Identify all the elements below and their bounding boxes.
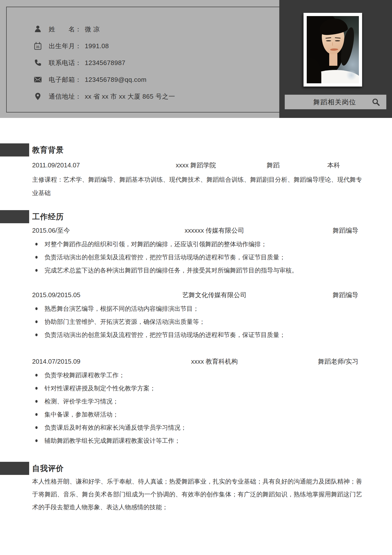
section-head-work: 工作经历 bbox=[32, 210, 362, 223]
job-block-1: 2015.06/至今 xxxxxx 传媒有限公司 舞蹈编导 对整个舞蹈作品的组织… bbox=[32, 226, 362, 277]
contact-colon: ： bbox=[75, 59, 81, 67]
bullet-dot-icon bbox=[35, 426, 38, 429]
job-role: 舞蹈编导 bbox=[283, 291, 362, 299]
header-side-panel: 舞蹈相关岗位 bbox=[279, 0, 392, 118]
education-period: 2011.09/2014.07 bbox=[32, 161, 116, 169]
contact-row-birth: 31 出生年月 ： 1991.08 bbox=[34, 38, 175, 54]
contact-row-name: 姓名 ： 微 凉 bbox=[34, 21, 175, 38]
job-block-2: 2015.09/2015.05 艺舞文化传媒有限公司 舞蹈编导 熟悉舞台演艺编导… bbox=[32, 291, 362, 341]
contact-colon: ： bbox=[75, 25, 81, 34]
education-row: 2011.09/2014.07 xxxx 舞蹈学院 舞蹈 本科 bbox=[32, 161, 362, 169]
job-search-text[interactable]: 舞蹈相关岗位 bbox=[285, 98, 372, 107]
contact-label: 姓名 bbox=[49, 25, 75, 34]
contact-value-birth: 1991.08 bbox=[85, 42, 109, 50]
bullet-text: 协助部门主管维护、开拓演艺资源，确保活动演出质量等； bbox=[44, 315, 362, 328]
contact-row-phone: 联系电话 ： 12345678987 bbox=[34, 54, 175, 71]
education-school: xxxx 舞蹈学院 bbox=[116, 161, 241, 169]
section-tab-block bbox=[0, 143, 29, 156]
list-item: 协助部门主管维护、开拓演艺资源，确保活动演出质量等； bbox=[32, 315, 362, 328]
section-tab-block bbox=[0, 210, 29, 223]
bullet-dot-icon bbox=[35, 439, 38, 442]
bullet-dot-icon bbox=[35, 333, 38, 336]
list-item: 熟悉舞台演艺编导，根据不同的活动内容编排演出节目； bbox=[32, 302, 362, 315]
job-company: xxxxxx 传媒有限公司 bbox=[116, 226, 283, 235]
section-head-education: 教育背景 bbox=[32, 143, 362, 156]
portrait-eye-right bbox=[335, 40, 340, 41]
search-icon[interactable] bbox=[372, 98, 380, 106]
email-icon bbox=[34, 75, 42, 84]
contact-value-name: 微 凉 bbox=[85, 25, 100, 34]
portrait-eye-left bbox=[326, 40, 331, 41]
section-self-evaluation: 自我评价 本人性格开朗、谦和好学、乐于奉献、待人真诚；热爱舞蹈事业，扎实的专业基… bbox=[32, 462, 362, 513]
contact-label: 电子邮箱 bbox=[49, 75, 75, 84]
bullet-dot-icon bbox=[35, 320, 38, 323]
section-tab-block bbox=[0, 462, 29, 475]
list-item: 完成艺术总监下达的各种演出舞蹈节目的编排任务，并接受其对所编舞蹈节目的指导与审核… bbox=[32, 264, 362, 277]
section-title-work: 工作经历 bbox=[32, 212, 64, 222]
calendar-day-text: 31 bbox=[36, 45, 40, 49]
bullet-text: 熟悉舞台演艺编导，根据不同的活动内容编排演出节目； bbox=[44, 302, 362, 315]
job-period: 2015.06/至今 bbox=[32, 226, 116, 235]
bullet-text: 负责活动演出的创意策划及流程管控，把控节目活动现场的进程和节奏，保证节目质量； bbox=[44, 251, 362, 264]
list-item: 负责学校舞蹈课程教学工作； bbox=[32, 369, 362, 382]
person-icon bbox=[34, 25, 42, 33]
job-bullet-list: 对整个舞蹈作品的组织和引领，对舞蹈的编排，还应该引领舞蹈的整体动作编排； 负责活… bbox=[32, 238, 362, 277]
list-item: 对整个舞蹈作品的组织和引领，对舞蹈的编排，还应该引领舞蹈的整体动作编排； bbox=[32, 238, 362, 251]
contact-colon: ： bbox=[75, 92, 81, 101]
bullet-text: 检测、评价学生学习情况； bbox=[44, 395, 362, 408]
resume-body: 教育背景 2011.09/2014.07 xxxx 舞蹈学院 舞蹈 本科 主修课… bbox=[32, 118, 362, 520]
bullet-dot-icon bbox=[35, 256, 38, 259]
bullet-text: 负责活动演出的创意策划及流程管控，把控节目活动现场的进程和节奏，保证节目质量； bbox=[44, 328, 362, 341]
education-courses: 主修课程：艺术学、舞蹈编导、舞蹈基本功训练、现代舞技术、舞蹈组合训练、舞蹈剧目分… bbox=[32, 173, 362, 200]
header-band: 姓名 ： 微 凉 31 出生年月 ： 1991.08 bbox=[0, 0, 392, 118]
contact-label: 通信地址 bbox=[49, 92, 75, 101]
education-major: 舞蹈 bbox=[241, 161, 305, 169]
section-education: 教育背景 2011.09/2014.07 xxxx 舞蹈学院 舞蹈 本科 主修课… bbox=[32, 143, 362, 200]
list-item: 负责活动演出的创意策划及流程管控，把控节目活动现场的进程和节奏，保证节目质量； bbox=[32, 328, 362, 341]
resume-page: 姓名 ： 微 凉 31 出生年月 ： 1991.08 bbox=[0, 0, 392, 555]
bullet-dot-icon bbox=[35, 374, 38, 377]
contact-row-email: 电子邮箱 ： 123456789@qq.com bbox=[34, 71, 175, 88]
job-role: 舞蹈老师/实习 bbox=[283, 357, 362, 366]
portrait-bokeh-light bbox=[346, 70, 357, 81]
list-item: 检测、评价学生学习情况； bbox=[32, 395, 362, 408]
bullet-text: 负责学校舞蹈课程教学工作； bbox=[44, 369, 362, 382]
section-title-education: 教育背景 bbox=[32, 145, 64, 155]
bullet-text: 负责课后及时有效的和家长沟通反馈学员学习情况； bbox=[44, 421, 362, 434]
job-period: 2014.07/2015.09 bbox=[32, 357, 116, 366]
job-search-bar[interactable]: 舞蹈相关岗位 bbox=[285, 95, 386, 109]
education-degree: 本科 bbox=[305, 161, 362, 169]
contact-info-block: 姓名 ： 微 凉 31 出生年月 ： 1991.08 bbox=[34, 21, 175, 105]
bullet-dot-icon bbox=[35, 387, 38, 390]
portrait-image bbox=[307, 16, 359, 83]
bullet-dot-icon bbox=[35, 400, 38, 403]
self-evaluation-text: 本人性格开朗、谦和好学、乐于奉献、待人真诚；热爱舞蹈事业，扎实的专业基础；具有良… bbox=[32, 475, 362, 513]
bullet-dot-icon bbox=[35, 269, 38, 272]
bullet-dot-icon bbox=[35, 307, 38, 310]
bullet-text: 辅助舞蹈教学组长完成舞蹈课程教案设计等工作； bbox=[44, 434, 362, 447]
job-company: xxxx 教育科机构 bbox=[116, 357, 283, 366]
calendar-icon: 31 bbox=[34, 42, 42, 50]
section-title-self-evaluation: 自我评价 bbox=[32, 463, 64, 474]
contact-row-address: 通信地址 ： xx 省 xx 市 xx 大厦 865 号之一 bbox=[34, 88, 175, 105]
list-item: 负责课后及时有效的和家长沟通反馈学员学习情况； bbox=[32, 421, 362, 434]
job-block-3: 2014.07/2015.09 xxxx 教育科机构 舞蹈老师/实习 负责学校舞… bbox=[32, 357, 362, 447]
contact-colon: ： bbox=[75, 75, 81, 84]
phone-icon bbox=[34, 59, 42, 67]
list-item: 集中备课，参加教研活动； bbox=[32, 408, 362, 421]
section-work: 工作经历 2015.06/至今 xxxxxx 传媒有限公司 舞蹈编导 对整个舞蹈… bbox=[32, 210, 362, 447]
job-header: 2014.07/2015.09 xxxx 教育科机构 舞蹈老师/实习 bbox=[32, 357, 362, 366]
bullet-text: 集中备课，参加教研活动； bbox=[44, 408, 362, 421]
list-item: 针对性课程讲授及制定个性化教学方案； bbox=[32, 382, 362, 395]
job-role: 舞蹈编导 bbox=[283, 226, 362, 235]
job-period: 2015.09/2015.05 bbox=[32, 291, 116, 299]
list-item: 辅助舞蹈教学组长完成舞蹈课程教案设计等工作； bbox=[32, 434, 362, 447]
contact-value-email: 123456789@qq.com bbox=[85, 76, 147, 84]
job-bullet-list: 负责学校舞蹈课程教学工作； 针对性课程讲授及制定个性化教学方案； 检测、评价学生… bbox=[32, 369, 362, 447]
bullet-text: 完成艺术总监下达的各种演出舞蹈节目的编排任务，并接受其对所编舞蹈节目的指导与审核… bbox=[44, 264, 362, 277]
portrait-nose bbox=[332, 42, 333, 46]
contact-value-address: xx 省 xx 市 xx 大厦 865 号之一 bbox=[85, 92, 175, 101]
contact-value-phone: 12345678987 bbox=[85, 59, 126, 67]
bullet-text: 针对性课程讲授及制定个性化教学方案； bbox=[44, 382, 362, 395]
location-icon bbox=[34, 92, 42, 101]
